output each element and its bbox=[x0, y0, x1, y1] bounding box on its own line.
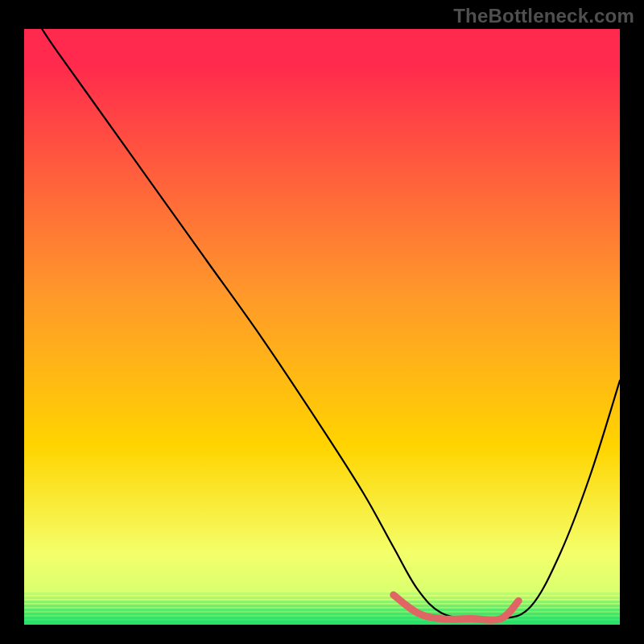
svg-rect-6 bbox=[24, 617, 620, 619]
svg-rect-4 bbox=[24, 609, 620, 611]
svg-rect-1 bbox=[24, 597, 620, 599]
svg-rect-2 bbox=[24, 601, 620, 603]
svg-rect-5 bbox=[24, 613, 620, 615]
svg-rect-0 bbox=[24, 592, 620, 595]
chart-frame: TheBottleneck.com bbox=[0, 0, 644, 644]
svg-rect-7 bbox=[24, 621, 620, 623]
plot-background bbox=[24, 29, 620, 625]
bottleneck-chart bbox=[0, 0, 644, 644]
